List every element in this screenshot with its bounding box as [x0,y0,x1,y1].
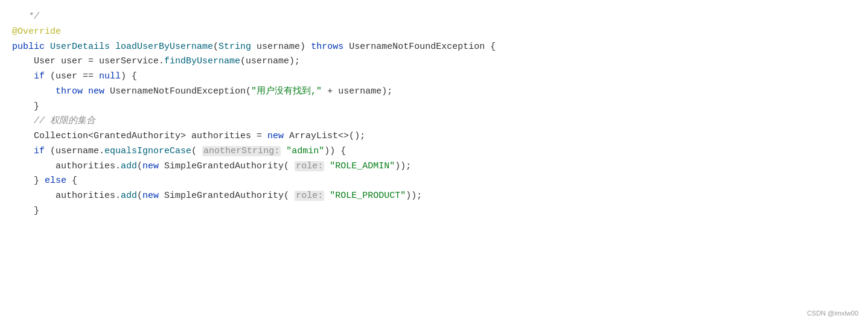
code-token: )); [395,161,411,171]
code-token: String [219,42,251,52]
code-token: findByUsername [164,56,240,66]
code-token: "ROLE_PRODUCT" [330,191,406,201]
code-token [324,191,330,201]
code-token: role: [295,161,324,171]
code-token: else [45,176,66,186]
code-token [12,116,34,126]
code-token: null [99,71,121,81]
code-line: } else { [12,174,856,189]
code-token: */ [12,11,39,22]
code-token: throws [311,42,343,52]
code-token: )) { [324,146,346,156]
code-token [12,71,34,81]
code-token: ( [137,161,142,171]
code-token: (user == [45,71,99,81]
code-token [281,146,286,156]
code-line: throw new UsernameNotFoundException("用户没… [12,84,856,100]
code-token: if [34,71,45,81]
code-line: @Override [12,25,856,40]
code-token: ); [354,131,365,141]
code-token: ( [213,42,219,52]
code-token: Collection<GrantedAuthority> authorities… [12,131,267,141]
code-token: } [12,206,39,216]
code-block: */@Overridepublic UserDetails loadUserBy… [12,10,856,219]
code-token: // 权限的集合 [34,116,95,126]
code-token: ( [137,191,142,201]
code-token: equalsIgnoreCase [104,146,191,156]
code-token: ( [191,146,202,156]
code-token: )); [406,191,422,201]
watermark: CSDN @imxlw00 [807,308,858,319]
code-token: "admin" [286,146,324,156]
code-token: UsernameNotFoundException( [104,86,251,97]
code-token: username) [251,42,311,52]
code-token: @Override [12,27,61,37]
code-token: public [12,42,50,52]
code-token: authorities. [12,161,121,171]
code-line: Collection<GrantedAuthority> authorities… [12,129,856,144]
code-token [12,146,34,156]
code-token: "ROLE_ADMIN" [330,161,395,171]
code-line: authorities.add(new SimpleGrantedAuthori… [12,159,856,174]
code-line: } [12,204,856,219]
code-token: + username); [322,86,392,97]
code-line: public UserDetails loadUserByUsername(St… [12,40,856,55]
code-token: SimpleGrantedAuthority( [159,161,295,171]
code-token: ) { [121,71,137,81]
code-token: (username); [240,56,300,66]
code-token: new [142,191,159,201]
code-token: new [88,86,104,97]
code-token: } [12,101,39,112]
code-line: if (user == null) { [12,69,856,84]
code-token: UserDetails [50,42,115,52]
code-container: */@Overridepublic UserDetails loadUserBy… [0,0,868,324]
code-token: UsernameNotFoundException { [343,42,496,52]
code-token: ArrayList<>( [284,131,354,141]
code-token: anotherString: [202,146,281,156]
code-token: if [34,146,45,156]
code-line: */ [12,10,856,25]
code-token: throw [56,86,83,97]
code-token: loadUserByUsername [115,42,213,52]
code-token [12,86,56,97]
code-line: // 权限的集合 [12,114,856,129]
code-token: { [66,176,77,186]
code-token: "用户没有找到," [251,86,322,97]
code-token: User user = userService. [12,56,164,66]
code-line: User user = userService.findByUsername(u… [12,54,856,69]
code-line: authorities.add(new SimpleGrantedAuthori… [12,189,856,204]
code-line: if (username.equalsIgnoreCase( anotherSt… [12,144,856,159]
code-token: new [267,131,284,141]
code-token: add [121,191,137,201]
code-token [324,161,330,171]
code-token: SimpleGrantedAuthority( [159,191,295,201]
code-line: } [12,100,856,115]
code-token [83,86,88,97]
code-token: } [12,176,45,186]
code-token: (username. [45,146,104,156]
code-token: role: [295,191,324,201]
code-token: authorities. [12,191,121,201]
code-token: add [121,161,137,171]
code-token: new [142,161,159,171]
